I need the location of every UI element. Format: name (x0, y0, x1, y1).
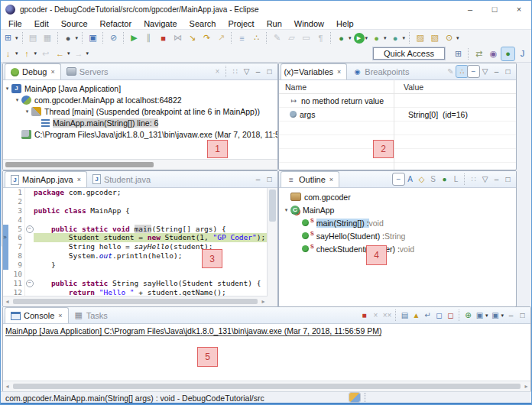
link-with-editor-icon[interactable]: ∷ (468, 173, 479, 185)
remove-launch-icon[interactable]: × (370, 309, 381, 321)
word-wrap-icon[interactable]: ↵ (422, 309, 433, 321)
show-annotations-icon[interactable]: ▭ (300, 31, 313, 44)
show-type-names-icon[interactable]: ✎ (445, 66, 456, 77)
code-line[interactable]: 8 System.out.println(hello); (3, 251, 268, 261)
collapse-icon[interactable]: − (26, 225, 34, 233)
maximize-view-icon[interactable]: □ (264, 66, 275, 77)
fold-marker-icon[interactable]: − (24, 225, 34, 234)
expander-icon[interactable]: ▾ (3, 86, 11, 92)
menu-search[interactable]: Search (183, 19, 222, 28)
show-source-icon[interactable]: ▱ (285, 31, 298, 44)
debug-icon[interactable]: ● (335, 31, 348, 44)
debug-dropdown[interactable]: ▾ (349, 35, 352, 41)
menu-file[interactable]: File (2, 19, 28, 28)
collapse-all-icon[interactable]: − (468, 66, 479, 77)
show-logical-structures-icon[interactable]: ∴ (456, 66, 468, 77)
hide-non-public-icon[interactable]: ● (439, 173, 450, 185)
menu-refactor[interactable]: Refactor (94, 19, 138, 28)
scrollbar-thumb[interactable] (5, 162, 154, 167)
tab-console[interactable]: Console× (5, 307, 69, 323)
forward-icon[interactable]: → (73, 47, 86, 60)
code-line[interactable]: 4 (3, 215, 268, 225)
close-tab-icon[interactable]: × (58, 312, 62, 319)
view-menu-icon[interactable]: ▽ (241, 66, 252, 77)
show-stderr-icon[interactable]: ◻ (445, 309, 456, 321)
code-line[interactable]: 3public class MainApp { (3, 206, 268, 215)
variable-row[interactable]: ↦no method return value (279, 94, 516, 108)
minimize-view-icon[interactable]: – (491, 66, 502, 77)
new-wizard-dropdown[interactable]: ▾ (15, 35, 18, 41)
display-console-icon[interactable]: ▣ (474, 309, 485, 321)
terminate-icon[interactable]: ■ (157, 31, 170, 44)
open-console-icon[interactable]: ▣ (489, 309, 501, 321)
view-menu-icon[interactable]: ▽ (479, 66, 491, 77)
java-ee-perspective-icon[interactable]: ◉ (487, 47, 500, 60)
user-profile-dropdown[interactable]: ▾ (76, 35, 79, 41)
user-profile-icon[interactable]: ● (62, 31, 75, 44)
previous-annotation-icon[interactable]: ↑ (21, 47, 34, 60)
outline-item[interactable]: ScheckStudent(Integer) : void (279, 242, 516, 255)
tab-tasks[interactable]: ▦Tasks (69, 308, 113, 323)
back-icon[interactable]: ← (54, 47, 66, 60)
minimize-view-icon[interactable]: – (491, 173, 502, 185)
code-line[interactable]: 11− public static String sayHello(Studen… (3, 279, 268, 288)
scrollbar-thumb[interactable] (13, 384, 521, 389)
close-tab-icon[interactable]: × (329, 176, 333, 183)
maximize-view-icon[interactable]: □ (502, 66, 514, 77)
debug-tree-item[interactable]: C:\Program Files\Java\jdk1.8.0_131\bin\j… (3, 128, 277, 140)
open-console-dropdown[interactable]: ▾ (501, 313, 504, 319)
tab-debug[interactable]: Debug× (5, 63, 61, 79)
debug-tree-item[interactable]: ▾Thread [main] (Suspended (breakpoint at… (3, 105, 277, 117)
console-output[interactable]: MainApp [Java Application] C:\Program Fi… (3, 324, 530, 381)
open-console-view-icon[interactable]: ▣ (86, 31, 99, 44)
team-sync-perspective-icon[interactable]: ⇄ (472, 47, 485, 60)
editor-vscrollbar[interactable] (267, 188, 277, 296)
debug-tree-item[interactable]: MainApp.main(String[]) line: 6 (3, 117, 277, 128)
profile-icon[interactable]: ● (389, 31, 402, 44)
maximize-view-icon[interactable]: □ (517, 309, 528, 321)
code-editor[interactable]: 1package com.gpcoder;23public class Main… (3, 188, 268, 296)
minimize-view-icon[interactable]: – (252, 66, 264, 77)
hide-fields-icon[interactable]: ◇ (416, 173, 427, 185)
expander-icon[interactable]: ▾ (282, 207, 290, 213)
hide-local-types-icon[interactable]: L (450, 173, 462, 185)
menu-source[interactable]: Source (55, 19, 94, 28)
back-dropdown[interactable]: ▾ (67, 50, 70, 57)
maximize-view-icon[interactable]: □ (264, 173, 275, 185)
minimize-button[interactable]: – (458, 1, 482, 18)
close-button[interactable]: × (507, 1, 531, 18)
drop-to-frame-icon[interactable]: ≡ (235, 31, 248, 44)
maximize-view-icon[interactable]: □ (502, 173, 514, 185)
save-all-icon[interactable]: ▦ (41, 31, 54, 44)
tab-servers[interactable]: Servers (61, 64, 114, 79)
step-return-icon[interactable]: ↗ (215, 31, 228, 44)
show-whitespace-icon[interactable]: ¶ (314, 31, 327, 44)
sort-icon[interactable]: A (404, 173, 416, 185)
save-icon[interactable]: ▤ (27, 31, 40, 44)
view-menu-icon[interactable]: ▽ (479, 173, 491, 185)
run-icon[interactable]: ▶ (354, 33, 365, 44)
view-options-icon[interactable]: ∷ (229, 66, 241, 77)
scroll-left-icon[interactable]: ◂ (3, 298, 11, 305)
step-over-icon[interactable]: ↷ (200, 31, 213, 44)
terminate-icon[interactable]: ■ (358, 309, 370, 321)
scroll-right-icon[interactable]: ▸ (259, 298, 268, 305)
menu-run[interactable]: Run (261, 19, 288, 28)
menu-navigate[interactable]: Navigate (138, 19, 183, 28)
display-console-dropdown[interactable]: ▾ (485, 313, 488, 319)
disconnect-icon[interactable]: ⋈ (171, 31, 184, 44)
resume-icon[interactable]: ▶ (128, 31, 141, 44)
quick-access-box[interactable]: Quick Access (373, 47, 445, 60)
close-tab-icon[interactable]: × (337, 68, 341, 76)
tab-outline[interactable]: ≡Outline× (281, 171, 339, 187)
column-name[interactable]: Name (279, 83, 399, 92)
search-icon[interactable]: ⊙ (443, 31, 456, 44)
column-divider[interactable] (394, 79, 394, 170)
open-resource-icon[interactable]: ▧ (428, 31, 441, 44)
collapse-all-icon[interactable]: − (393, 173, 404, 185)
scrollbar-thumb[interactable] (269, 190, 276, 222)
outline-item[interactable]: ▾CMainApp (279, 203, 516, 216)
outline-item[interactable]: com.gpcoder (279, 190, 516, 203)
java-perspective-icon[interactable]: J (516, 47, 529, 60)
minimize-view-icon[interactable]: – (505, 309, 517, 321)
